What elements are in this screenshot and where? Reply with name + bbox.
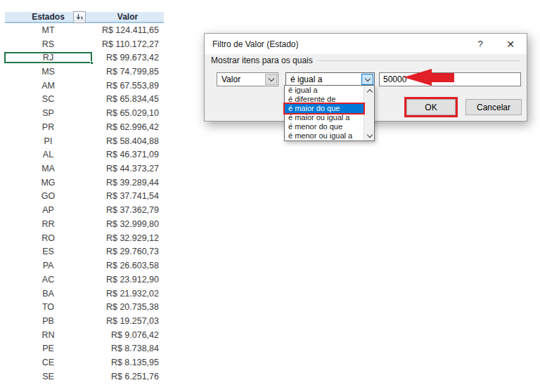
pivot-table-body: MTR$ 124.411,65RSR$ 110.172,27RJR$ 99.67… — [5, 23, 164, 384]
value-cell[interactable]: R$ 110.172,27 — [91, 39, 164, 49]
table-row: RSR$ 110.172,27 — [5, 37, 164, 51]
cancel-button[interactable]: Cancelar — [465, 99, 522, 115]
value-cell[interactable]: R$ 19.257,03 — [91, 316, 164, 326]
value-cell[interactable]: R$ 65.834,45 — [91, 94, 164, 104]
value-cell[interactable]: R$ 21.932,02 — [91, 289, 164, 299]
state-cell[interactable]: PA — [5, 261, 91, 270]
dropdown-scrollbar[interactable] — [364, 86, 374, 141]
state-cell[interactable]: AM — [5, 81, 91, 91]
value-cell[interactable]: R$ 26.603,58 — [91, 261, 164, 270]
value-cell[interactable]: R$ 8.135,95 — [91, 358, 164, 367]
state-cell[interactable]: MA — [5, 164, 91, 174]
pivot-table: Estados Valor MTR$ 124.411,65RSR$ 110.17… — [5, 12, 164, 384]
sort-descending-icon — [76, 13, 84, 21]
state-cell[interactable]: AP — [5, 205, 91, 215]
chevron-down-icon[interactable] — [265, 74, 277, 85]
value-cell[interactable]: R$ 37.741,54 — [91, 191, 164, 201]
group-divider — [318, 60, 520, 61]
dropdown-option[interactable]: é maior ou igual a — [285, 113, 364, 122]
dialog-title: Filtro de Valor (Estado) — [205, 39, 466, 49]
state-cell[interactable]: SP — [5, 108, 91, 118]
state-cell[interactable]: PE — [5, 344, 91, 353]
dialog-titlebar[interactable]: Filtro de Valor (Estado) ? ✕ — [205, 34, 527, 54]
value-cell[interactable]: R$ 23.912,90 — [91, 275, 164, 285]
value-cell[interactable]: R$ 74.799,85 — [91, 67, 164, 77]
state-cell[interactable]: PI — [5, 136, 91, 146]
table-row: MTR$ 124.411,65 — [5, 23, 164, 37]
operator-dropdown[interactable]: é igual a — [285, 72, 375, 86]
state-cell[interactable]: RR — [5, 219, 91, 229]
value-cell[interactable]: R$ 37.362,79 — [91, 205, 164, 215]
dropdown-option[interactable]: é igual a — [285, 86, 364, 95]
table-row: ACR$ 23.912,90 — [5, 273, 164, 287]
state-cell[interactable]: RO — [5, 233, 91, 243]
value-cell[interactable]: R$ 99.673,42 — [91, 53, 164, 63]
dropdown-option[interactable]: é maior do que — [285, 104, 364, 113]
value-cell[interactable]: R$ 62.996,42 — [91, 122, 164, 132]
help-button[interactable]: ? — [466, 34, 494, 54]
state-cell[interactable]: TO — [5, 302, 91, 312]
sort-filter-button[interactable] — [73, 11, 86, 23]
dropdown-option[interactable]: é menor do que — [285, 122, 364, 131]
state-cell[interactable]: AL — [5, 150, 91, 159]
state-cell[interactable]: ES — [5, 247, 91, 256]
state-cell[interactable]: RJ — [5, 53, 91, 63]
close-button[interactable]: ✕ — [494, 34, 527, 54]
scroll-up-icon[interactable] — [364, 86, 375, 96]
value-cell[interactable]: R$ 67.553,89 — [91, 81, 164, 91]
value-cell[interactable]: R$ 46.371,09 — [91, 150, 164, 159]
value-cell[interactable]: R$ 124.411,65 — [91, 25, 164, 35]
value-cell[interactable]: R$ 9.076,42 — [91, 330, 164, 340]
valor-column-header[interactable]: Valor — [91, 12, 164, 22]
state-cell[interactable]: PB — [5, 316, 91, 326]
value-cell[interactable]: R$ 32.999,80 — [91, 219, 164, 229]
value-cell[interactable]: R$ 29.760,73 — [91, 247, 164, 256]
state-cell[interactable]: SE — [5, 372, 91, 381]
table-row: PRR$ 62.996,42 — [5, 120, 164, 134]
table-row: SER$ 6.251,76 — [5, 370, 164, 384]
dropdown-option[interactable]: é menor ou igual a — [285, 131, 364, 141]
table-row: MGR$ 39.289,44 — [5, 176, 164, 190]
field-dropdown-value: Valor — [221, 74, 240, 84]
excel-canvas: Estados Valor MTR$ 124.411,65RSR$ 110.17… — [0, 0, 540, 392]
state-cell[interactable]: MT — [5, 25, 91, 35]
table-row: SPR$ 65.029,10 — [5, 106, 164, 120]
table-row: PBR$ 19.257,03 — [5, 314, 164, 328]
state-cell[interactable]: RN — [5, 330, 91, 340]
ok-button[interactable]: OK — [406, 99, 456, 115]
state-cell[interactable]: AC — [5, 275, 91, 285]
state-cell[interactable]: PR — [5, 122, 91, 132]
arrow-tail — [432, 73, 454, 82]
state-cell[interactable]: CE — [5, 358, 91, 367]
dialog-buttons: OK Cancelar — [406, 99, 522, 115]
operator-options: é igual aé diferente deé maior do queé m… — [285, 86, 364, 141]
value-cell[interactable]: R$ 65.029,10 — [91, 108, 164, 118]
state-cell[interactable]: RS — [5, 39, 91, 49]
value-cell[interactable]: R$ 6.251,76 — [91, 372, 164, 381]
value-cell[interactable]: R$ 44.373,27 — [91, 164, 164, 174]
state-cell[interactable]: SC — [5, 94, 91, 104]
value-cell[interactable]: R$ 8.738,84 — [91, 344, 164, 353]
chevron-down-icon[interactable] — [361, 74, 373, 85]
fill-handle[interactable] — [90, 61, 94, 65]
value-cell[interactable]: R$ 39.289,44 — [91, 178, 164, 188]
state-cell[interactable]: BA — [5, 289, 91, 299]
scroll-down-icon[interactable] — [364, 131, 375, 141]
dropdown-option[interactable]: é diferente de — [285, 95, 364, 104]
table-row: MSR$ 74.799,85 — [5, 65, 164, 79]
table-row: RRR$ 32.999,80 — [5, 217, 164, 231]
table-row: AMR$ 67.553,89 — [5, 79, 164, 93]
table-row: APR$ 37.362,79 — [5, 203, 164, 217]
annotation-arrow — [404, 69, 454, 86]
table-row: PER$ 8.738,84 — [5, 342, 164, 356]
table-row: SCR$ 65.834,45 — [5, 93, 164, 107]
field-dropdown[interactable]: Valor — [217, 72, 278, 86]
value-cell[interactable]: R$ 32.929,12 — [91, 233, 164, 243]
state-cell[interactable]: GO — [5, 191, 91, 201]
state-cell[interactable]: MS — [5, 67, 91, 77]
state-cell[interactable]: MG — [5, 178, 91, 188]
table-row: ESR$ 29.760,73 — [5, 245, 164, 259]
value-cell[interactable]: R$ 20.735,38 — [91, 302, 164, 312]
table-row: BAR$ 21.932,02 — [5, 287, 164, 301]
value-cell[interactable]: R$ 58.404,88 — [91, 136, 164, 146]
